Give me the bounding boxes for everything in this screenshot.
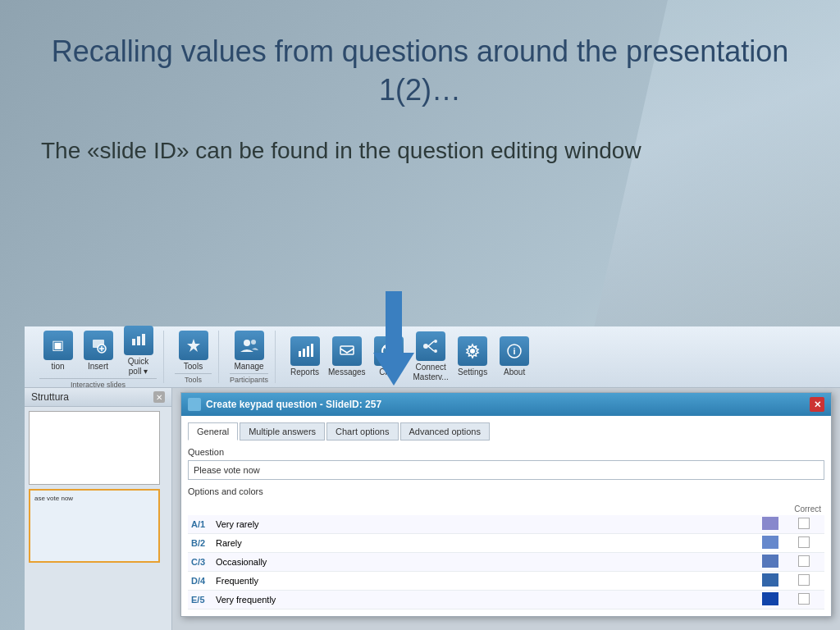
svg-rect-7: [137, 336, 140, 345]
tab-general[interactable]: General: [188, 422, 238, 441]
reports-icon: [290, 336, 320, 366]
col-key: [188, 503, 212, 515]
dialog-titlebar: Create keypad question - SlideID: 257 ✕: [181, 393, 831, 416]
toolbar-group-tools: Tools Tools: [168, 331, 219, 383]
down-arrow: [373, 291, 414, 390]
tools-label: Tools: [184, 362, 203, 372]
tab-multiple-answers[interactable]: Multiple answers: [240, 422, 325, 441]
option-color-b2[interactable]: [759, 534, 783, 553]
option-text-d4: Frequently: [212, 572, 759, 591]
manage-icon: [235, 331, 264, 360]
svg-point-10: [251, 340, 256, 345]
option-key-b2: B/2: [188, 534, 212, 553]
option-correct-b2[interactable]: [783, 534, 824, 553]
option-color-d4[interactable]: [759, 572, 783, 591]
option-text-b2: Rarely: [212, 534, 759, 553]
svg-point-20: [434, 340, 437, 343]
slide-thumb-1[interactable]: [29, 411, 160, 485]
toolbar-btn-settings[interactable]: Settings: [454, 336, 491, 377]
svg-rect-12: [303, 349, 305, 357]
option-color-c3[interactable]: [759, 553, 783, 572]
tab-chart-options[interactable]: Chart options: [326, 422, 398, 441]
question-input[interactable]: [188, 460, 824, 480]
toolbar: ▣ tion Insert Quickpoll ▾ Interactive sl…: [25, 326, 840, 388]
dialog-overlay: Create keypad question - SlideID: 257 ✕ …: [172, 388, 840, 630]
dialog-body: General Multiple answers Chart options A…: [181, 416, 831, 616]
toolbar-group-participants: Manage Participants: [223, 331, 276, 383]
slide-subtitle: The «slide ID» can be found in the quest…: [41, 135, 799, 167]
reports-label: Reports: [290, 368, 319, 377]
dialog-close-button[interactable]: ✕: [810, 397, 824, 412]
col-text: [212, 503, 759, 515]
toolbar-btn-insert[interactable]: Insert: [80, 331, 116, 372]
svg-point-24: [470, 349, 475, 354]
option-color-e5[interactable]: [759, 591, 783, 609]
toolbar-btn-action[interactable]: ▣ tion: [39, 331, 76, 372]
slide-thumb-2-text: ase vote now: [34, 495, 73, 502]
settings-icon: [458, 336, 487, 366]
option-correct-e5[interactable]: [783, 591, 824, 609]
toolbar-btn-reports[interactable]: Reports: [286, 336, 323, 377]
table-row: B/2 Rarely: [188, 534, 824, 553]
table-row: D/4 Frequently: [188, 572, 824, 591]
connect-label: ConnectMasterv...: [413, 363, 449, 382]
toolbar-btn-messages[interactable]: Messages: [328, 336, 366, 377]
quickpoll-icon: [124, 326, 153, 355]
table-row: C/3 Occasionally: [188, 553, 824, 572]
option-correct-a1[interactable]: [783, 515, 824, 534]
messages-icon: [332, 336, 362, 366]
toolbar-btn-manage[interactable]: Manage: [231, 331, 267, 372]
svg-point-9: [244, 340, 250, 346]
sidebar-close-button[interactable]: ✕: [153, 391, 165, 403]
dialog-title-icon: [188, 398, 201, 411]
question-label: Question: [188, 447, 824, 457]
insert-label: Insert: [88, 362, 108, 372]
options-header: Options and colors: [188, 486, 824, 500]
table-row: E/5 Very frequently: [188, 591, 824, 609]
tools-icon: [179, 331, 208, 360]
svg-rect-8: [142, 334, 145, 345]
option-text-e5: Very frequently: [212, 591, 759, 609]
svg-rect-6: [132, 339, 135, 345]
dialog-tabs: General Multiple answers Chart options A…: [188, 422, 824, 441]
toolbar-btn-quickpoll[interactable]: Quickpoll ▾: [120, 326, 157, 377]
svg-point-21: [434, 349, 437, 353]
svg-marker-1: [373, 353, 414, 386]
keypad-dialog: Create keypad question - SlideID: 257 ✕ …: [180, 392, 832, 617]
svg-rect-13: [307, 346, 309, 357]
option-key-e5: E/5: [188, 591, 212, 609]
svg-rect-11: [299, 351, 301, 357]
options-label: Options and colors: [188, 486, 263, 496]
svg-point-19: [423, 344, 428, 349]
col-correct: Correct: [783, 503, 824, 515]
sidebar-title: Struttura: [31, 391, 69, 403]
svg-rect-0: [386, 291, 402, 353]
options-table: Correct A/1 Very rarely B/2: [188, 503, 824, 609]
svg-text:i: i: [514, 346, 516, 356]
svg-rect-14: [311, 344, 313, 357]
toolbar-btn-tools[interactable]: Tools: [175, 331, 212, 372]
option-correct-d4[interactable]: [783, 572, 824, 591]
tab-advanced-options[interactable]: Advanced options: [400, 422, 490, 441]
option-key-c3: C/3: [188, 553, 212, 572]
col-color: [759, 503, 783, 515]
option-correct-c3[interactable]: [783, 553, 824, 572]
dialog-title-text: Create keypad question - SlideID: 257: [206, 399, 810, 410]
participants-group-label: Participants: [230, 373, 268, 384]
action-label: tion: [51, 362, 64, 372]
slide-thumb-2[interactable]: ase vote now: [29, 489, 160, 563]
table-row: A/1 Very rarely: [188, 515, 824, 534]
manage-label: Manage: [234, 362, 263, 372]
toolbar-btn-connect[interactable]: ConnectMasterv...: [413, 331, 450, 382]
option-color-a1[interactable]: [759, 515, 783, 534]
option-text-a1: Very rarely: [212, 515, 759, 534]
lower-area: Struttura ✕ ase vote now Create keypad q…: [25, 388, 840, 630]
settings-label: Settings: [458, 368, 487, 377]
toolbar-btn-about[interactable]: i About: [496, 336, 533, 377]
action-icon: ▣: [43, 331, 73, 360]
quickpoll-label: Quickpoll ▾: [128, 357, 149, 377]
interactive-slides-label: Interactive slides: [39, 378, 157, 389]
svg-line-23: [428, 346, 434, 351]
about-icon: i: [500, 336, 529, 366]
option-text-c3: Occasionally: [212, 553, 759, 572]
